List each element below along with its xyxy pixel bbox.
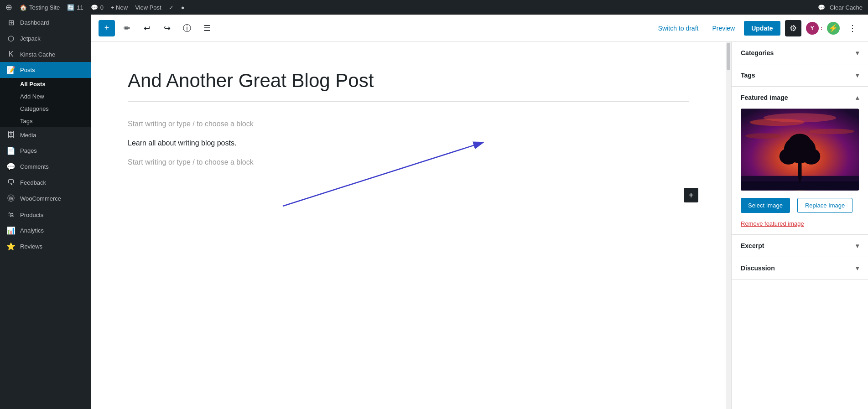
sidebar-item-all-posts[interactable]: All Posts (0, 78, 91, 90)
select-image-button[interactable]: Select Image (741, 198, 790, 213)
svg-point-14 (789, 134, 811, 152)
right-panel: Categories ▾ Tags ▾ Featured image ▴ (731, 42, 868, 409)
menu-button[interactable]: ☰ (199, 20, 215, 36)
posts-submenu: All Posts Add New Categories Tags (0, 78, 91, 127)
svg-rect-16 (799, 179, 801, 183)
sidebar-item-pages[interactable]: 📄 Pages (0, 143, 91, 159)
sidebar-item-posts[interactable]: 📝 Posts (0, 62, 91, 78)
comment-icon: 💬 (91, 4, 98, 11)
sidebar-item-woocommerce[interactable]: Ⓦ WooCommerce (0, 190, 91, 207)
undo-button[interactable]: ↩ (139, 20, 155, 36)
yoast-icon[interactable]: ✓ (169, 4, 174, 11)
more-options-button[interactable]: ⋮ (844, 20, 861, 36)
post-content-text[interactable]: Learn all about writing blog posts. (128, 133, 689, 154)
main-layout: ⊞ Dashboard ⬡ Jetpack K Kinsta Cache 📝 P… (0, 15, 868, 409)
view-post-link[interactable]: View Post (135, 4, 161, 11)
comments-count[interactable]: 💬 0 (91, 4, 104, 11)
toolbar-right: Switch to draft Preview Update ⚙ Y : ⚡ ⋮ (654, 20, 861, 36)
yoast-badge: Y (806, 22, 819, 35)
excerpt-chevron: ▾ (856, 242, 859, 249)
products-icon: 🛍 (6, 211, 16, 219)
editor-toolbar: + ✏ ↩ ↪ ⓘ ☰ Switch to draft Preview Upda… (91, 15, 868, 42)
sidebar-item-products[interactable]: 🛍 Products (0, 207, 91, 223)
sidebar: ⊞ Dashboard ⬡ Jetpack K Kinsta Cache 📝 P… (0, 15, 91, 409)
yoast-score: : (821, 25, 822, 31)
preview-button[interactable]: Preview (707, 22, 739, 35)
info-button[interactable]: ⓘ (179, 20, 195, 36)
discussion-section: Discussion ▾ (732, 257, 868, 280)
excerpt-section-header[interactable]: Excerpt ▾ (732, 235, 868, 257)
featured-image (741, 109, 859, 191)
posts-icon: 📝 (6, 66, 16, 74)
sidebar-item-reviews[interactable]: ⭐ Reviews (0, 238, 91, 254)
add-block-button[interactable]: + (99, 20, 115, 36)
tags-chevron: ▾ (856, 72, 859, 79)
sidebar-item-kinsta[interactable]: K Kinsta Cache (0, 47, 91, 62)
editor-scroll-track[interactable] (726, 42, 731, 409)
switch-to-draft-button[interactable]: Switch to draft (654, 22, 703, 35)
jetpack-icon[interactable]: ● (181, 4, 185, 11)
discussion-chevron: ▾ (856, 264, 859, 272)
content-area: + ✏ ↩ ↪ ⓘ ☰ Switch to draft Preview Upda… (91, 15, 868, 409)
featured-image-container (741, 109, 859, 191)
settings-button[interactable]: ⚙ (785, 20, 801, 36)
block-placeholder-2[interactable]: Start writing or type / to choose a bloc… (128, 154, 689, 171)
update-button[interactable]: Update (744, 21, 780, 36)
svg-point-5 (764, 113, 836, 122)
editor-scroll-thumb (727, 43, 730, 70)
featured-image-section-header[interactable]: Featured image ▴ (732, 87, 868, 109)
svg-point-6 (745, 133, 782, 139)
site-name[interactable]: 🏠 Testing Site (20, 4, 60, 11)
remove-featured-image-link[interactable]: Remove featured image (741, 220, 859, 227)
wp-logo[interactable]: ⊕ (5, 2, 12, 12)
admin-bar: ⊕ 🏠 Testing Site 🔄 11 💬 0 + New View Pos… (0, 0, 868, 15)
categories-section: Categories ▾ (732, 42, 868, 64)
categories-chevron: ▾ (856, 49, 859, 57)
woocommerce-icon: Ⓦ (6, 194, 16, 203)
redo-button[interactable]: ↪ (159, 20, 175, 36)
featured-image-section: Featured image ▴ (732, 87, 868, 235)
sidebar-item-feedback[interactable]: 🗨 Feedback (0, 175, 91, 190)
kinsta-icon: K (6, 50, 16, 58)
new-menu[interactable]: + New (111, 4, 128, 11)
sidebar-item-jetpack[interactable]: ⬡ Jetpack (0, 31, 91, 47)
sidebar-item-categories[interactable]: Categories (0, 103, 91, 115)
block-placeholder-1[interactable]: Start writing or type / to choose a bloc… (128, 115, 689, 133)
admin-bar-right: 💬 Clear Cache (818, 4, 863, 11)
featured-image-content: Select Image Replace Image Remove featur… (732, 109, 868, 234)
featured-image-chevron: ▴ (856, 94, 859, 101)
discussion-section-header[interactable]: Discussion ▾ (732, 257, 868, 279)
post-divider (128, 101, 689, 102)
pages-icon: 📄 (6, 146, 16, 155)
clear-cache[interactable]: Clear Cache (830, 4, 863, 11)
edit-button[interactable]: ✏ (119, 20, 135, 36)
updates-icon: 🔄 (67, 4, 74, 11)
tags-section-header[interactable]: Tags ▾ (732, 64, 868, 86)
editor-body: And Another Great Blog Post Start writin… (91, 42, 868, 409)
featured-image-buttons: Select Image Replace Image (741, 198, 859, 217)
editor-main[interactable]: And Another Great Blog Post Start writin… (91, 42, 726, 409)
replace-image-button[interactable]: Replace Image (797, 198, 852, 213)
sidebar-item-analytics[interactable]: 📊 Analytics (0, 223, 91, 238)
jetpack-sidebar-icon: ⬡ (6, 34, 16, 43)
media-icon: 🖼 (6, 131, 16, 139)
analytics-icon: 📊 (6, 226, 16, 235)
comments-icon: 💬 (6, 162, 16, 171)
dashboard-icon: ⊞ (6, 18, 16, 27)
sidebar-item-add-new[interactable]: Add New (0, 90, 91, 103)
feedback-icon: 🗨 (6, 178, 16, 186)
sidebar-item-comments[interactable]: 💬 Comments (0, 159, 91, 175)
categories-section-header[interactable]: Categories ▾ (732, 42, 868, 64)
tags-section: Tags ▾ (732, 64, 868, 87)
chat-icon[interactable]: 💬 (818, 4, 825, 11)
sidebar-item-dashboard[interactable]: ⊞ Dashboard (0, 15, 91, 31)
reviews-icon: ⭐ (6, 242, 16, 251)
inline-add-block-button[interactable]: + (684, 188, 698, 202)
sidebar-item-media[interactable]: 🖼 Media (0, 127, 91, 143)
updates-count[interactable]: 🔄 11 (67, 4, 83, 11)
jetpack-boost-icon[interactable]: ⚡ (827, 22, 840, 35)
home-icon: 🏠 (20, 4, 27, 11)
post-title[interactable]: And Another Great Blog Post (128, 69, 689, 92)
svg-point-4 (809, 129, 854, 134)
sidebar-item-tags[interactable]: Tags (0, 115, 91, 127)
